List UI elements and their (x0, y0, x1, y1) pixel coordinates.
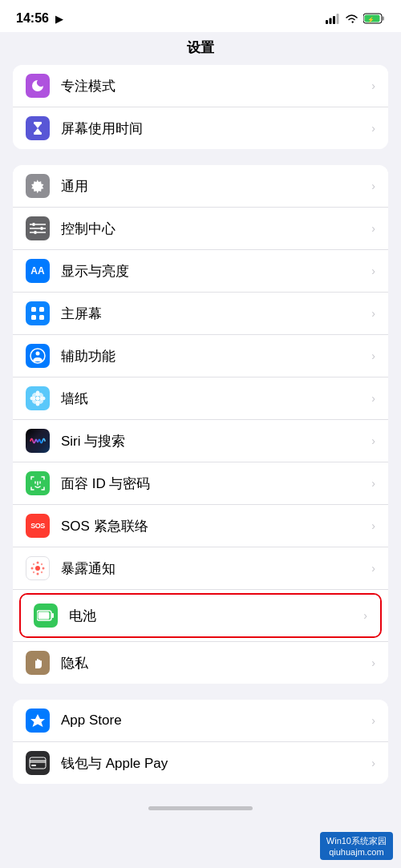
display-label: 显示与亮度 (61, 262, 365, 281)
watermark-line2: qiuhuajm.com (329, 847, 383, 857)
general-chevron: › (371, 180, 375, 192)
settings-row-privacy[interactable]: 隐私 › (13, 642, 388, 684)
screen-time-label: 屏幕使用时间 (61, 119, 365, 138)
svg-rect-3 (337, 14, 339, 24)
siri-label: Siri 与搜索 (61, 432, 365, 450)
app-store-icon (26, 709, 50, 733)
settings-row-home-screen[interactable]: 主屏幕 › (13, 293, 388, 335)
svg-point-26 (36, 397, 40, 401)
accessibility-chevron: › (371, 349, 375, 362)
battery-chevron: › (363, 609, 367, 622)
status-icons: ⚡ (326, 13, 385, 24)
privacy-chevron: › (371, 656, 375, 669)
wallpaper-icon (26, 386, 50, 410)
exposure-icon (26, 556, 50, 580)
app-store-label: App Store (61, 713, 365, 729)
siri-wave-icon (30, 435, 46, 446)
settings-row-siri[interactable]: Siri 与搜索 › (13, 420, 388, 462)
store-icon (30, 713, 46, 729)
face-icon (30, 475, 46, 491)
settings-row-display[interactable]: AA 显示与亮度 › (13, 250, 388, 293)
settings-row-general[interactable]: 通用 › (13, 165, 388, 208)
settings-group-bottom: App Store › 钱包与 Apple Pay › (13, 700, 388, 784)
settings-row-battery[interactable]: 电池 › (21, 595, 380, 636)
focus-mode-icon (26, 74, 50, 98)
settings-row-control-center[interactable]: 控制中心 › (13, 208, 388, 250)
wallet-label: 钱包与 Apple Pay (61, 754, 365, 773)
battery-row-icon (34, 604, 58, 628)
svg-rect-51 (30, 760, 46, 763)
general-icon (26, 174, 50, 198)
sos-icon: SOS (26, 514, 50, 538)
app-store-chevron: › (371, 714, 375, 727)
battery-settings-icon (37, 610, 55, 621)
svg-rect-23 (39, 315, 44, 320)
watermark: Win10系统家园 qiuhuajm.com (320, 832, 393, 860)
svg-point-43 (33, 563, 34, 565)
face-id-chevron: › (371, 477, 375, 490)
watermark-line1: Win10系统家园 (326, 835, 387, 847)
home-screen-icon (26, 301, 50, 325)
accessibility-icon (26, 344, 50, 368)
svg-point-12 (40, 227, 43, 230)
svg-point-40 (37, 573, 39, 575)
location-icon: ▶ (55, 14, 63, 25)
gear-icon (30, 178, 46, 194)
general-label: 通用 (61, 177, 365, 196)
wallet-card-icon (29, 757, 47, 769)
svg-rect-1 (330, 18, 332, 24)
svg-rect-8 (34, 122, 42, 124)
control-center-chevron: › (371, 222, 375, 235)
focus-mode-label: 专注模式 (61, 77, 365, 95)
wallet-icon (26, 751, 50, 775)
siri-icon (26, 429, 50, 453)
svg-point-44 (41, 563, 43, 565)
nav-header: 设置 (0, 32, 401, 65)
wallet-chevron: › (371, 757, 375, 769)
settings-row-exposure[interactable]: 暴露通知 › (13, 547, 388, 590)
sliders-icon (30, 220, 46, 236)
svg-rect-2 (333, 16, 335, 24)
face-id-icon (26, 471, 50, 495)
battery-wrapper: 电池 › (13, 590, 388, 642)
svg-rect-9 (34, 132, 42, 135)
home-indicator (0, 800, 401, 813)
svg-point-45 (33, 571, 34, 573)
settings-row-app-store[interactable]: App Store › (13, 700, 388, 742)
grid-icon (30, 305, 46, 321)
settings-row-wallet[interactable]: 钱包与 Apple Pay › (13, 742, 388, 784)
settings-row-screen-time[interactable]: 屏幕使用时间 › (13, 107, 388, 149)
exposure-label: 暴露通知 (61, 559, 365, 578)
battery-icon: ⚡ (363, 13, 385, 24)
page-title: 设置 (187, 40, 214, 55)
focus-mode-chevron: › (371, 79, 375, 92)
settings-row-focus-mode[interactable]: 专注模式 › (13, 65, 388, 107)
settings-row-accessibility[interactable]: 辅助功能 › (13, 335, 388, 377)
svg-point-25 (36, 352, 40, 356)
settings-row-wallpaper[interactable]: 墙纸 › (13, 377, 388, 420)
svg-point-46 (41, 571, 43, 573)
status-bar: 14:56 ▶ ⚡ (0, 0, 401, 32)
signal-icon (326, 14, 340, 24)
svg-rect-21 (39, 307, 44, 312)
face-id-label: 面容 ID 与密码 (61, 474, 365, 493)
accessibility-label: 辅助功能 (61, 347, 365, 365)
svg-text:⚡: ⚡ (367, 16, 375, 23)
settings-group-main: 通用 › 控制中心 › AA 显示与亮度 › (13, 165, 388, 684)
sos-chevron: › (371, 519, 375, 532)
status-time-area: 14:56 ▶ (16, 11, 63, 26)
privacy-label: 隐私 (61, 654, 365, 672)
svg-rect-49 (52, 613, 55, 618)
privacy-icon (26, 651, 50, 675)
settings-row-face-id[interactable]: 面容 ID 与密码 › (13, 462, 388, 505)
svg-rect-0 (326, 20, 328, 24)
siri-chevron: › (371, 434, 375, 447)
settings-row-sos[interactable]: SOS SOS 紧急联络 › (13, 505, 388, 547)
aa-text-icon: AA (30, 265, 44, 277)
home-screen-chevron: › (371, 307, 375, 320)
svg-rect-6 (383, 17, 385, 21)
moon-icon (30, 79, 45, 93)
svg-rect-52 (31, 765, 36, 766)
control-center-icon (26, 216, 50, 240)
screen-time-chevron: › (371, 122, 375, 135)
